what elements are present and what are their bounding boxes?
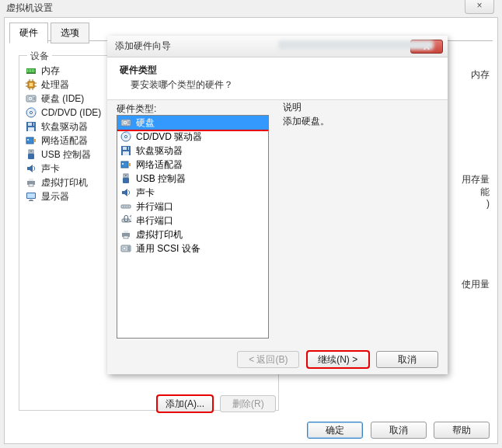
usb-icon xyxy=(26,149,37,160)
device-label: 软盘驱动器 xyxy=(41,120,88,134)
cd-icon xyxy=(26,107,37,118)
remove-hardware-button: 删除(R) xyxy=(220,395,276,412)
wizard-titlebar: 添加硬件向导 X xyxy=(107,36,448,57)
hw-type-listbox[interactable]: 硬盘 CD/DVD 驱动器 软盘驱动器 网络适配器 USB 控制器 声卡 并行端… xyxy=(117,115,269,339)
sound-icon xyxy=(26,163,37,174)
wizard-cancel-button[interactable]: 取消 xyxy=(376,351,438,368)
peek-usage: 使用量 xyxy=(462,278,490,291)
floppy-icon xyxy=(120,145,131,156)
display-icon xyxy=(26,191,37,202)
hw-item-label: 通用 SCSI 设备 xyxy=(136,242,200,255)
add-remove-row: 添加(A)... 删除(R) xyxy=(152,395,276,412)
tab-options[interactable]: 选项 xyxy=(51,23,89,43)
hw-item-parallel[interactable]: 并行端口 xyxy=(117,200,268,214)
scsi-icon xyxy=(120,243,131,254)
settings-title: 虚拟机设置 xyxy=(6,2,53,15)
hw-item-label: 硬盘 xyxy=(136,116,155,130)
help-button[interactable]: 帮助 xyxy=(434,422,490,439)
hdd-icon xyxy=(26,93,37,104)
wizard-next-button[interactable]: 继续(N) > xyxy=(307,351,369,368)
peek-storage: 用存量 xyxy=(462,173,490,186)
hw-item-nic[interactable]: 网络适配器 xyxy=(117,158,268,172)
hw-item-cddvd[interactable]: CD/DVD 驱动器 xyxy=(117,130,268,144)
wizard-footer: < 返回(B) 继续(N) > 取消 xyxy=(107,351,448,368)
cd-icon xyxy=(120,131,131,142)
hw-item-label: CD/DVD 驱动器 xyxy=(136,130,202,144)
hw-item-label: 软盘驱动器 xyxy=(136,144,183,158)
wizard-body: 硬件类型: 硬盘 CD/DVD 驱动器 软盘驱动器 网络适配器 USB 控制器 … xyxy=(117,98,438,339)
parallel-port-icon xyxy=(120,201,131,212)
hw-type-label: 硬件类型: xyxy=(117,102,438,116)
wizard-back-button: < 返回(B) xyxy=(237,351,299,368)
cancel-button[interactable]: 取消 xyxy=(371,422,427,439)
hw-item-sound[interactable]: 声卡 xyxy=(117,186,268,200)
device-label: 显示器 xyxy=(41,190,69,203)
peek-close-paren: ) xyxy=(486,198,490,209)
tab-strip: 硬件 选项 xyxy=(9,23,89,43)
wizard-header: 硬件类型 要安装哪个类型的硬件？ xyxy=(107,57,448,100)
usb-icon xyxy=(120,173,131,184)
ok-button[interactable]: 确定 xyxy=(307,422,363,439)
hw-item-label: 网络适配器 xyxy=(136,158,183,172)
device-label: 硬盘 (IDE) xyxy=(41,92,84,106)
device-label: USB 控制器 xyxy=(41,148,91,161)
tab-hardware[interactable]: 硬件 xyxy=(9,23,48,43)
floppy-icon xyxy=(26,121,37,132)
serial-port-icon xyxy=(120,215,131,226)
add-hardware-button[interactable]: 添加(A)... xyxy=(157,395,213,412)
device-label: 虚拟打印机 xyxy=(41,176,88,189)
wizard-subheading: 要安装哪个类型的硬件？ xyxy=(120,78,435,92)
wizard-desc-text: 添加硬盘。 xyxy=(283,115,329,128)
wizard-title: 添加硬件向导 xyxy=(115,40,171,53)
hw-item-label: USB 控制器 xyxy=(136,172,186,186)
wizard-desc-label: 说明 xyxy=(283,101,302,114)
add-hardware-wizard: 添加硬件向导 X 硬件类型 要安装哪个类型的硬件？ 硬件类型: 硬盘 CD/DV… xyxy=(107,36,448,374)
printer-icon xyxy=(26,177,37,188)
sound-icon xyxy=(120,187,131,198)
hw-item-label: 声卡 xyxy=(136,186,155,200)
nic-icon xyxy=(120,159,131,170)
hw-item-label: 虚拟打印机 xyxy=(136,228,183,241)
hdd-icon xyxy=(120,117,131,128)
device-label: 网络适配器 xyxy=(41,134,88,148)
device-label: 内存 xyxy=(41,64,60,78)
hw-item-floppy[interactable]: 软盘驱动器 xyxy=(117,144,268,158)
hw-item-hdd[interactable]: 硬盘 xyxy=(117,116,268,130)
printer-icon xyxy=(120,229,131,240)
memory-icon xyxy=(26,65,37,76)
device-list-header: 设备 xyxy=(27,50,52,63)
hw-item-label: 并行端口 xyxy=(136,200,173,214)
device-label: 声卡 xyxy=(41,162,60,175)
hw-item-label: 串行端口 xyxy=(136,214,173,227)
hw-item-usb[interactable]: USB 控制器 xyxy=(117,172,268,186)
hw-item-serial[interactable]: 串行端口 xyxy=(117,214,268,227)
device-label: 处理器 xyxy=(41,78,69,92)
redacted-strip xyxy=(278,40,434,50)
hw-item-scsi[interactable]: 通用 SCSI 设备 xyxy=(117,241,268,255)
nic-icon xyxy=(26,135,37,146)
device-label: CD/DVD (IDE) xyxy=(41,107,101,118)
cpu-icon xyxy=(26,79,37,90)
wizard-heading: 硬件类型 xyxy=(120,64,435,77)
settings-close-button[interactable]: × xyxy=(465,0,494,14)
settings-footer: 确定 取消 帮助 xyxy=(5,422,497,439)
peek-perf: 能 xyxy=(480,186,490,199)
hw-item-vprinter[interactable]: 虚拟打印机 xyxy=(117,227,268,241)
peek-memory: 内存 xyxy=(471,68,490,82)
